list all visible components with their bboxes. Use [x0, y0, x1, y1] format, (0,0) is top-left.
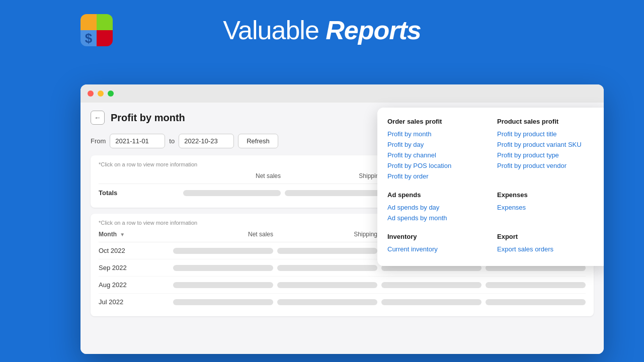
month-col-header[interactable]: Month ▼ — [99, 231, 169, 238]
row-shipping-skeleton — [277, 265, 377, 271]
inventory-title: Inventory — [387, 233, 489, 240]
totals-col-netsales: Net sales — [183, 172, 281, 179]
link-profit-by-product-vendor[interactable]: Profit by product vendor — [497, 162, 599, 169]
month-label: Oct 2022 — [99, 247, 169, 254]
link-profit-by-day[interactable]: Profit by day — [387, 141, 489, 148]
link-profit-by-channel[interactable]: Profit by channel — [387, 151, 489, 159]
order-sales-profit-title: Order sales profit — [387, 118, 489, 125]
dropdown-section-export: Export Export sales orders — [497, 233, 599, 256]
table-row[interactable]: Aug 2022 — [99, 277, 586, 294]
row-netsales-skeleton — [173, 282, 273, 288]
row-cogs-skeleton — [381, 282, 481, 288]
totals-shipping-skeleton — [285, 190, 382, 196]
to-label: to — [169, 137, 175, 145]
browser-titlebar — [80, 84, 604, 103]
dropdown-section-order-sales-profit: Order sales profit Profit by month Profi… — [387, 118, 489, 183]
totals-col-shipping: Shipping — [285, 172, 382, 179]
icon-q3: $ — [80, 30, 97, 46]
link-ad-spends-by-day[interactable]: Ad spends by day — [387, 204, 489, 211]
link-profit-by-product-title[interactable]: Profit by product title — [497, 130, 599, 138]
product-sales-profit-title: Product sales profit — [497, 118, 599, 125]
app-title: Valuable Reports — [223, 15, 421, 45]
icon-q1 — [80, 14, 97, 30]
month-label: Aug 2022 — [99, 281, 169, 289]
dropdown-section-expenses: Expenses Expenses — [497, 191, 599, 225]
dropdown-panel: Order sales profit Profit by month Profi… — [377, 108, 604, 266]
link-profit-by-product-type[interactable]: Profit by product type — [497, 151, 599, 159]
page-title: Profit by month — [111, 112, 185, 124]
table-row[interactable]: Jul 2022 — [99, 294, 586, 310]
link-ad-spends-by-month[interactable]: Ad spends by month — [387, 214, 489, 222]
month-label: Jul 2022 — [99, 298, 169, 306]
app-icon: $ — [80, 14, 113, 46]
title-regular: Valuable — [223, 16, 326, 45]
row-shipping-skeleton — [277, 299, 377, 305]
dropdown-section-product-sales-profit: Product sales profit Profit by product t… — [497, 118, 599, 183]
sort-arrow: ▼ — [120, 232, 125, 237]
link-profit-by-month[interactable]: Profit by month — [387, 130, 489, 138]
title-italic: Reports — [326, 16, 421, 45]
row-adspend-skeleton — [486, 299, 586, 305]
ad-spends-title: Ad spends — [387, 191, 489, 199]
from-label: From — [91, 137, 106, 145]
totals-label: Totals — [99, 189, 179, 197]
back-button[interactable]: ← — [91, 111, 105, 125]
row-shipping-skeleton — [277, 248, 377, 254]
data-col-netsales: Net sales — [173, 231, 273, 238]
link-profit-by-product-variant-sku[interactable]: Profit by product variant SKU — [497, 141, 599, 148]
to-date-input[interactable] — [179, 134, 234, 148]
totals-col-empty — [99, 172, 179, 179]
row-cogs-skeleton — [381, 299, 481, 305]
data-col-shipping: Shipping — [277, 231, 377, 238]
header: $ Valuable Reports — [0, 0, 644, 55]
dot-yellow[interactable] — [98, 90, 104, 97]
row-adspend-skeleton — [486, 282, 586, 288]
from-date-input[interactable] — [110, 134, 165, 148]
link-current-inventory[interactable]: Current inventory — [387, 245, 489, 253]
totals-netsales-skeleton — [183, 190, 281, 196]
row-netsales-skeleton — [173, 248, 273, 254]
dot-green[interactable] — [108, 90, 114, 97]
icon-q4 — [97, 30, 113, 46]
month-label: Sep 2022 — [99, 264, 169, 272]
expenses-title: Expenses — [497, 191, 599, 199]
link-export-sales-orders[interactable]: Export sales orders — [497, 245, 599, 253]
row-netsales-skeleton — [173, 265, 273, 271]
link-expenses[interactable]: Expenses — [497, 204, 599, 211]
dropdown-section-inventory: Inventory Current inventory — [387, 233, 489, 256]
link-profit-by-order[interactable]: Profit by order — [387, 172, 489, 180]
browser-content: ← Profit by month From to Refresh *Click… — [80, 103, 604, 354]
browser-window: ← Profit by month From to Refresh *Click… — [80, 84, 604, 354]
dropdown-section-ad-spends: Ad spends Ad spends by day Ad spends by … — [387, 191, 489, 225]
icon-q2 — [97, 14, 113, 30]
refresh-button[interactable]: Refresh — [238, 134, 278, 148]
row-shipping-skeleton — [277, 282, 377, 288]
row-netsales-skeleton — [173, 299, 273, 305]
export-title: Export — [497, 233, 599, 240]
link-profit-by-pos-location[interactable]: Profit by POS location — [387, 162, 489, 169]
dot-red[interactable] — [88, 90, 94, 97]
